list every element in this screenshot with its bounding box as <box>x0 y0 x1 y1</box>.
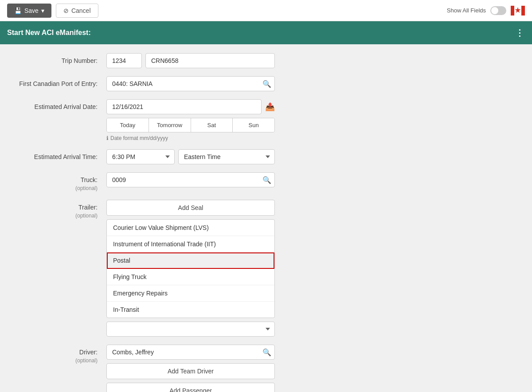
dropdown-item-lvs[interactable]: Courier Low Value Shipment (LVS) <box>107 220 274 236</box>
estimated-arrival-date-row: Estimated Arrival Date: 📤 Today Tomorrow… <box>9 99 523 141</box>
date-hint-text: Date format mm/dd/yyyy <box>110 135 168 141</box>
truck-fields: 🔍 <box>106 172 275 187</box>
cancel-icon: ⊘ <box>63 7 69 14</box>
quick-date-today[interactable]: Today <box>107 118 149 132</box>
dropdown-item-in-transit[interactable]: In-Transit <box>107 302 274 318</box>
truck-search-icon[interactable]: 🔍 <box>262 176 271 184</box>
save-icon: 💾 <box>14 7 22 14</box>
top-bar-actions: 💾 Save ▾ ⊘ Cancel <box>7 4 98 18</box>
trip-number-label: Trip Number: <box>9 53 106 66</box>
cancel-label: Cancel <box>71 7 91 14</box>
trailer-label-text: Trailer: <box>78 204 98 211</box>
quick-date-tomorrow[interactable]: Tomorrow <box>149 118 191 132</box>
first-port-row: First Canadian Port of Entry: 🔍 <box>9 76 523 91</box>
save-chevron-icon: ▾ <box>41 7 44 14</box>
first-port-label: First Canadian Port of Entry: <box>9 76 106 89</box>
first-port-search-icon[interactable]: 🔍 <box>262 80 271 88</box>
header-bar: Start New ACI eManifest: ⋮ <box>0 21 532 44</box>
first-port-fields: 🔍 <box>106 76 275 91</box>
svg-rect-1 <box>511 6 514 16</box>
trip-number-row: Trip Number: <box>9 53 523 68</box>
date-format-hint: ℹ Date format mm/dd/yyyy <box>106 135 275 141</box>
driver-fields: 🔍 Add Team Driver Add Passenger <box>106 345 275 392</box>
estimated-arrival-time-row: Estimated Arrival Time: 6:30 PM 7:00 PM … <box>9 149 523 164</box>
driver-input[interactable] <box>106 345 275 360</box>
show-all-fields-toggle[interactable] <box>490 6 506 15</box>
cancel-button[interactable]: ⊘ Cancel <box>56 4 98 18</box>
dropdown-item-flying-truck[interactable]: Flying Truck <box>107 269 274 285</box>
truck-label: Truck: (optional) <box>9 172 106 192</box>
truck-optional-text: (optional) <box>9 185 98 192</box>
page-title: Start New ACI eManifest: <box>7 29 91 37</box>
trip-number-input[interactable] <box>106 53 142 68</box>
time-select[interactable]: 6:30 PM 7:00 PM <box>106 149 175 164</box>
trailer-optional-text: (optional) <box>9 212 98 220</box>
trailer-fields: Add Seal Courier Low Value Shipment (LVS… <box>106 200 275 337</box>
dropdown-item-emergency-repairs[interactable]: Emergency Repairs <box>107 285 274 302</box>
driver-row: Driver: (optional) 🔍 Add Team Driver Add… <box>9 345 523 392</box>
driver-label-text: Driver: <box>79 349 98 356</box>
estimated-arrival-date-fields: 📤 Today Tomorrow Sat Sun ℹ Date format m… <box>106 99 275 141</box>
timezone-select[interactable]: Eastern Time Central Time Mountain Time … <box>178 149 275 164</box>
save-button[interactable]: 💾 Save ▾ <box>7 4 51 18</box>
trailer-type-dropdown: Courier Low Value Shipment (LVS) Instrum… <box>106 219 275 318</box>
estimated-arrival-time-fields: 6:30 PM 7:00 PM Eastern Time Central Tim… <box>106 149 275 164</box>
dropdown-item-postal[interactable]: Postal <box>107 252 274 269</box>
save-label: Save <box>24 7 39 14</box>
top-bar: 💾 Save ▾ ⊘ Cancel Show All Fields <box>0 0 532 21</box>
quick-date-sat[interactable]: Sat <box>191 118 233 132</box>
info-icon: ℹ <box>106 135 109 141</box>
add-seal-button[interactable]: Add Seal <box>106 200 275 216</box>
quick-dates-group: Today Tomorrow Sat Sun <box>106 118 275 132</box>
svg-rect-2 <box>521 6 525 16</box>
driver-label: Driver: (optional) <box>9 345 106 364</box>
trip-crn-input[interactable] <box>145 53 275 68</box>
dropdown-item-iit[interactable]: Instrument of International Trade (IIT) <box>107 236 274 252</box>
driver-search-icon[interactable]: 🔍 <box>262 348 271 357</box>
canada-flag-icon <box>511 6 525 16</box>
trip-number-fields <box>106 53 275 68</box>
form-container: Trip Number: First Canadian Port of Entr… <box>0 44 532 392</box>
arrival-date-input[interactable] <box>106 99 262 114</box>
add-team-driver-button[interactable]: Add Team Driver <box>106 363 275 379</box>
truck-row: Truck: (optional) 🔍 <box>9 172 523 192</box>
driver-optional-text: (optional) <box>9 357 98 365</box>
top-bar-right: Show All Fields <box>447 6 525 16</box>
trailer-label: Trailer: (optional) <box>9 200 106 219</box>
estimated-arrival-time-label: Estimated Arrival Time: <box>9 149 106 162</box>
first-port-input[interactable] <box>106 76 275 91</box>
trailer-row: Trailer: (optional) Add Seal Courier Low… <box>9 200 523 337</box>
quick-date-sun[interactable]: Sun <box>233 118 274 132</box>
more-options-icon[interactable]: ⋮ <box>515 27 525 38</box>
trailer-select[interactable] <box>106 322 275 337</box>
estimated-arrival-date-label: Estimated Arrival Date: <box>9 99 106 112</box>
truck-label-text: Truck: <box>81 176 98 183</box>
add-passenger-button[interactable]: Add Passenger <box>106 383 275 392</box>
truck-input[interactable] <box>106 172 275 187</box>
show-all-fields-label: Show All Fields <box>447 7 486 14</box>
calendar-icon[interactable]: 📤 <box>265 102 275 112</box>
